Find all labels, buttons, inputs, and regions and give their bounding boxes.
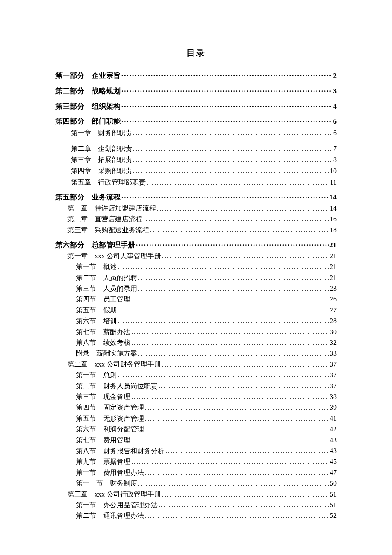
toc-leader <box>131 392 329 402</box>
toc-entry-label: 第三部分 组织架构 <box>55 101 121 112</box>
toc-entry-label: 第九节 票据管理 <box>76 457 130 466</box>
toc-entry-page: 21 <box>330 262 337 272</box>
document-page: 目录 第一部分 企业宗旨2第二部分 战略规划3第三部分 组织架构4第四部分 部门… <box>0 0 392 555</box>
toc-entry-label: 第五部分 业务流程 <box>55 192 121 202</box>
toc-leader <box>118 262 329 272</box>
toc-entry-label: 第二章 企划部职责 <box>71 144 132 153</box>
toc-entry-label: 第一章 特许店加盟建店流程 <box>67 204 156 213</box>
toc-leader <box>150 225 329 235</box>
toc-container: 第一部分 企业宗旨2第二部分 战略规划3第三部分 组织架构4第四部分 部门职能6… <box>55 71 337 521</box>
toc-entry: 第三部分 组织架构4 <box>55 101 337 112</box>
toc-entry: 第一章 xxx 公司人事管理手册21 <box>67 251 337 261</box>
toc-entry-page: 43 <box>330 436 337 445</box>
toc-entry-label: 第五章 行政管理部职责 <box>71 178 146 187</box>
toc-entry: 第二部分 战略规划3 <box>55 86 337 96</box>
toc-entry: 第二节 通讯管理办法52 <box>76 511 337 520</box>
toc-entry-page: 4 <box>333 101 337 112</box>
toc-entry-label: 第二节 通讯管理办法 <box>76 511 144 520</box>
toc-entry: 第四部分 部门职能6 <box>55 116 337 127</box>
toc-entry: 第六节 利润分配管理42 <box>76 425 337 434</box>
toc-entry-label: 第四节 员工管理 <box>76 295 130 304</box>
toc-leader <box>121 86 332 96</box>
toc-entry-page: 37 <box>330 360 337 369</box>
toc-entry-page: 41 <box>330 414 337 423</box>
toc-entry-label: 第二节 人员的招聘 <box>76 273 137 283</box>
toc-entry: 第一部分 企业宗旨2 <box>55 71 337 81</box>
toc-entry-page: 23 <box>330 284 337 293</box>
toc-leader <box>121 71 332 81</box>
toc-leader <box>145 403 329 412</box>
toc-entry-label: 第六部分 总部管理手册 <box>55 240 135 250</box>
toc-leader <box>133 166 329 176</box>
toc-entry: 第三节 现金管理38 <box>76 392 337 402</box>
toc-entry-label: 第八节 绩效考核 <box>76 338 130 347</box>
toc-leader <box>165 446 329 456</box>
toc-leader <box>121 116 332 127</box>
toc-leader <box>157 204 329 213</box>
toc-leader <box>138 273 329 283</box>
toc-entry-page: 45 <box>330 457 337 466</box>
toc-entry-label: 第一章 xxx 公司人事管理手册 <box>67 251 161 261</box>
toc-entry-label: 第四章 采购部职责 <box>71 166 132 176</box>
toc-entry: 第二章 企划部职责7 <box>71 144 337 153</box>
toc-leader <box>162 251 329 261</box>
toc-entry-page: 51 <box>330 490 337 499</box>
toc-leader <box>145 468 329 477</box>
toc-entry-page: 10 <box>330 166 337 176</box>
toc-leader <box>121 192 329 202</box>
toc-entry: 第三节 人员的录用23 <box>76 284 337 293</box>
toc-entry-page: 2 <box>333 71 337 81</box>
toc-entry-label: 第三章 采购配送业务流程 <box>67 225 149 235</box>
toc-entry: 第四节 固定资产管理39 <box>76 403 337 412</box>
toc-entry-page: 43 <box>330 446 337 456</box>
toc-entry-page: 8 <box>333 155 337 165</box>
toc-leader <box>145 511 329 520</box>
toc-leader <box>131 457 329 466</box>
toc-leader <box>162 490 329 499</box>
toc-leader <box>118 370 329 380</box>
toc-entry-page: 33 <box>330 349 337 358</box>
toc-leader <box>147 178 329 187</box>
toc-entry: 第三章 采购配送业务流程18 <box>67 225 337 235</box>
toc-entry-page: 3 <box>333 86 337 96</box>
toc-title: 目录 <box>55 47 337 59</box>
toc-entry-label: 第八节 财务报告和财务分析 <box>76 446 164 456</box>
toc-entry-label: 第三章 xxx 公司行政管理手册 <box>67 490 161 499</box>
toc-leader <box>138 479 329 488</box>
toc-leader <box>162 360 329 369</box>
toc-leader <box>138 349 329 358</box>
toc-entry: 第五节 无形资产管理41 <box>76 414 337 423</box>
toc-entry-page: 11 <box>330 178 337 187</box>
toc-entry: 第五部分 业务流程14 <box>55 192 337 202</box>
toc-entry-label: 第二节 财务人员岗位职责 <box>76 382 158 391</box>
toc-entry-page: 21 <box>329 240 337 250</box>
toc-leader <box>133 155 332 165</box>
toc-entry-label: 第二章 直营店建店流程 <box>67 214 142 224</box>
toc-entry-label: 第五节 假期 <box>76 306 117 315</box>
toc-entry: 第一节 概述21 <box>76 262 337 272</box>
toc-entry-page: 52 <box>330 511 337 520</box>
toc-entry-page: 50 <box>330 479 337 488</box>
toc-entry: 第四节 员工管理26 <box>76 295 337 304</box>
toc-entry-page: 14 <box>329 192 337 202</box>
toc-entry-page: 6 <box>333 116 337 127</box>
toc-entry-label: 第四节 固定资产管理 <box>76 403 144 412</box>
toc-entry-page: 21 <box>330 251 337 261</box>
toc-entry-page: 16 <box>330 214 337 224</box>
toc-entry: 附录 薪酬实施方案33 <box>76 349 337 358</box>
toc-entry-page: 18 <box>330 225 337 235</box>
toc-entry-label: 第二章 xxx 公司财务管理手册 <box>67 360 161 369</box>
toc-leader <box>118 316 329 326</box>
toc-entry: 第八节 绩效考核32 <box>76 338 337 347</box>
toc-entry: 第二节 财务人员岗位职责37 <box>76 382 337 391</box>
toc-entry-label: 第七节 薪酬办法 <box>76 327 130 337</box>
toc-leader <box>138 284 329 293</box>
toc-entry-label: 第十节 费用管理办法 <box>76 468 144 477</box>
toc-entry-label: 第二部分 战略规划 <box>55 86 121 96</box>
toc-leader <box>133 128 332 138</box>
toc-entry-label: 第一章 财务部职责 <box>71 128 132 138</box>
toc-entry: 第七节 薪酬办法30 <box>76 327 337 337</box>
toc-entry: 第一章 财务部职责6 <box>71 128 337 138</box>
toc-entry-label: 第五节 无形资产管理 <box>76 414 144 423</box>
toc-entry-label: 第一节 办公用品管理办法 <box>76 500 158 510</box>
